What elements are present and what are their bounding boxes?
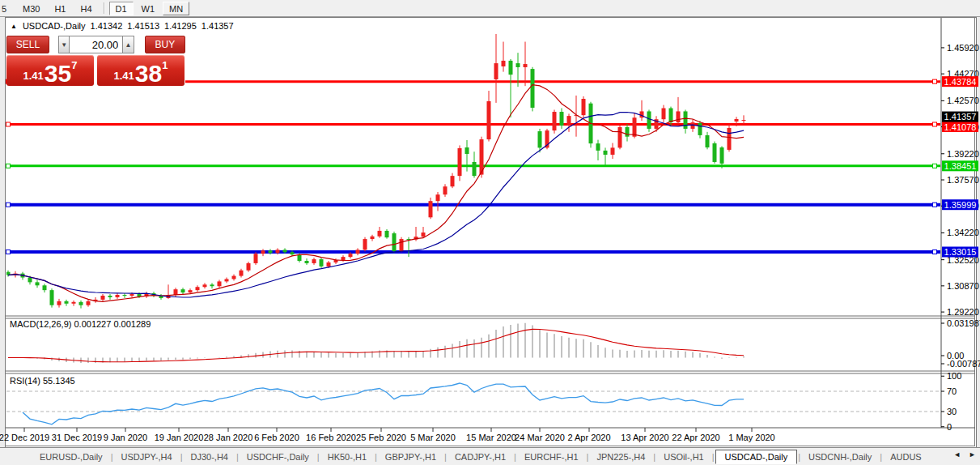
candle-body — [174, 289, 178, 295]
date-label: 15 Mar 2020 — [466, 433, 516, 442]
candle-body — [713, 143, 717, 162]
candle-body — [269, 250, 273, 253]
sell-price-prefix: 1.41 — [23, 70, 44, 82]
tab-usdchf-daily[interactable]: USDCHF-,Daily — [240, 450, 316, 464]
price-badge-label: 1.33015 — [944, 247, 977, 257]
price-tick-label: 1.29220 — [947, 307, 979, 317]
level-line-handle — [933, 250, 937, 254]
date-label: 31 Dec 2019 — [52, 433, 102, 442]
candle-body — [458, 148, 462, 176]
candle-body — [531, 69, 535, 108]
candle-body — [422, 232, 426, 237]
candle-body — [735, 119, 739, 122]
tab-jpn225-h4[interactable]: JPN225-,H4 — [589, 450, 652, 464]
candle-body — [65, 301, 69, 304]
collapse-triangle-icon[interactable]: ▲ — [11, 23, 17, 30]
buy-price-big: 38 — [135, 62, 162, 84]
tab-eurchf-h1[interactable]: EURCHF-,H1 — [517, 450, 586, 464]
volume-input[interactable] — [70, 36, 122, 53]
date-label: 6 Feb 2020 — [254, 433, 299, 442]
price-tick-label: 1.39220 — [947, 149, 979, 159]
candle-body — [443, 186, 448, 194]
candle-body — [684, 111, 688, 128]
sell-price-pip: 7 — [71, 59, 77, 71]
tab-scroll-arrows: ◄ ► — [953, 450, 976, 459]
rsi-axis-label: 0 — [947, 422, 952, 432]
candle-body — [429, 201, 433, 217]
price-tick-label: 1.37570 — [947, 175, 979, 185]
candle-body — [72, 302, 76, 304]
tab-scroll-left-icon[interactable]: ◄ — [953, 450, 961, 459]
candle-body — [240, 271, 244, 276]
buy-button[interactable]: BUY — [145, 36, 185, 53]
candle-body — [509, 61, 513, 75]
candle-body — [108, 296, 112, 297]
candle-body — [57, 301, 62, 305]
date-label: 28 Jan 2020 — [204, 433, 253, 442]
candle-body — [604, 151, 608, 155]
candle-body — [626, 127, 630, 137]
volume-decrease-button[interactable]: ▼ — [58, 36, 70, 53]
sell-button[interactable]: SELL — [6, 36, 49, 53]
candle-body — [305, 261, 309, 263]
candle-body — [320, 259, 324, 267]
candle-body — [677, 111, 681, 122]
candle-body — [400, 239, 404, 251]
tab-cadjpy-h1[interactable]: CADJPY-,H1 — [448, 450, 513, 464]
price-tick-label: 1.42570 — [947, 96, 979, 105]
macd-indicator-label: MACD(12,26,9) 0.001227 0.001289 — [10, 319, 151, 329]
candle-body — [392, 233, 397, 251]
tab-gbpjpy-h1[interactable]: GBPJPY-,H1 — [378, 450, 443, 464]
tab-dj30-h4[interactable]: DJ30-,H4 — [184, 450, 235, 464]
candle-body — [43, 285, 47, 290]
candle-body — [138, 294, 142, 296]
tab-audus[interactable]: AUDUS — [883, 450, 929, 464]
level-line-handle — [933, 164, 937, 168]
rsi-indicator-label: RSI(14) 55.1345 — [10, 376, 75, 386]
candle-body — [232, 276, 236, 279]
volume-increase-button[interactable]: ▲ — [122, 36, 134, 53]
sell-price-tile[interactable]: 1.41 35 7 — [6, 55, 94, 86]
level-line-handle — [6, 203, 11, 207]
candle-body — [189, 290, 193, 292]
buy-price-tile[interactable]: 1.41 38 1 — [97, 55, 185, 86]
price-tick-label: 1.45920 — [947, 43, 979, 53]
candle-body — [618, 127, 622, 147]
tab-usdcnh-daily[interactable]: USDCNH-,Daily — [801, 450, 879, 464]
candle-body — [465, 147, 469, 154]
rsi-axis-label: 30 — [947, 407, 957, 416]
price-badge-label: 1.43784 — [944, 77, 977, 87]
quote-low: 1.41295 — [164, 21, 197, 31]
candle-body — [356, 250, 360, 254]
quote-high: 1.41513 — [127, 21, 159, 31]
candle-body — [261, 250, 265, 254]
candle-body — [130, 294, 134, 296]
tab-scroll-right-icon[interactable]: ► — [969, 450, 976, 459]
candle-body — [36, 282, 40, 285]
level-line-handle — [6, 250, 11, 254]
candle-body — [116, 295, 120, 297]
candle-body — [647, 111, 651, 128]
tab-hk50-h1[interactable]: HK50-,H1 — [320, 450, 374, 464]
date-label: 9 Jan 2020 — [104, 433, 147, 442]
candle-body — [502, 61, 506, 66]
tab-usdcad-daily[interactable]: USDCAD-,Daily — [715, 450, 798, 464]
candle-body — [385, 231, 389, 237]
date-label: 25 Feb 2020 — [356, 433, 406, 442]
candle-body — [283, 250, 287, 252]
level-line-handle — [933, 79, 937, 83]
sell-price-big: 35 — [45, 62, 71, 84]
price-badge-label: 1.38451 — [944, 161, 977, 171]
candle-body — [378, 231, 382, 237]
tab-usoil-h1[interactable]: USOil-,H1 — [656, 450, 711, 464]
candle-body — [276, 250, 280, 253]
candle-body — [371, 237, 375, 239]
candle-body — [123, 295, 127, 296]
candle-body — [662, 109, 666, 120]
candle-body — [349, 254, 353, 257]
tab-eurusd-daily[interactable]: EURUSD-,Daily — [32, 450, 110, 464]
level-line-handle — [6, 122, 11, 126]
candle-body — [225, 279, 229, 281]
tab-usdjpy-h4[interactable]: USDJPY-,H4 — [113, 450, 179, 464]
price-tick-label: 1.34220 — [947, 228, 979, 237]
